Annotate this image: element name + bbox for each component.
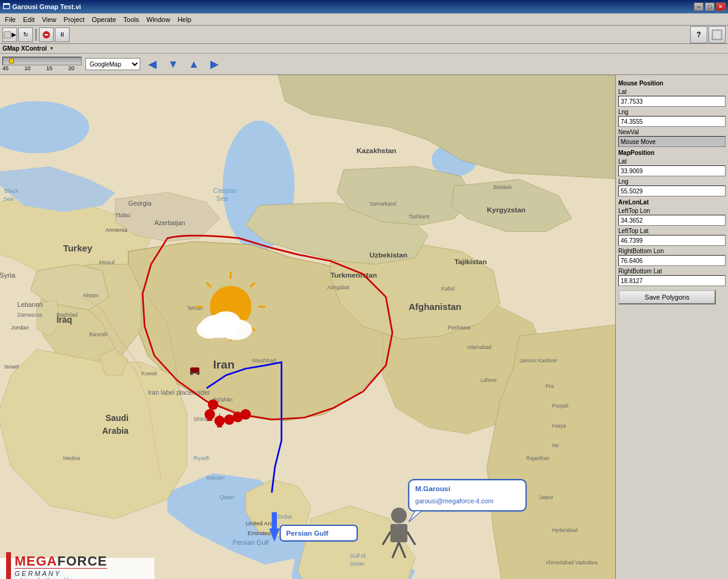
svg-text:Lahore: Lahore <box>480 377 497 383</box>
svg-point-81 <box>208 400 218 410</box>
svg-text:Uzbekistan: Uzbekistan <box>369 251 407 259</box>
svg-point-85 <box>391 508 407 523</box>
svg-rect-105 <box>0 558 154 579</box>
rightbottom-lat-value: 18.8127 <box>618 275 726 286</box>
svg-text:Islamabad: Islamabad <box>468 344 492 350</box>
svg-text:Pra: Pra <box>546 383 554 389</box>
svg-text:Jaipur: Jaipur <box>539 494 553 500</box>
menu-help[interactable]: Help <box>174 15 195 24</box>
svg-text:Jordan: Jordan <box>11 324 29 331</box>
svg-text:Turkey: Turkey <box>63 243 93 253</box>
svg-text:Tajikistan: Tajikistan <box>454 257 487 265</box>
context-button[interactable] <box>708 26 726 43</box>
rightbottom-lon-value: 76.6406 <box>618 255 726 266</box>
maximize-button[interactable]: □ <box>705 2 715 11</box>
svg-text:Bishkek: Bishkek <box>493 184 512 190</box>
svg-text:Gulf of: Gulf of <box>350 553 366 559</box>
menubar: File Edit View Project Operate Tools Win… <box>0 13 728 26</box>
zoom-slider[interactable] <box>2 57 82 65</box>
svg-text:Saudi: Saudi <box>105 413 129 423</box>
menu-window[interactable]: Window <box>143 15 174 24</box>
svg-text:Caspian: Caspian <box>213 187 237 194</box>
svg-text:Arabia: Arabia <box>102 426 129 436</box>
svg-text:Peshawar: Peshawar <box>448 325 471 331</box>
lng-label: Lng <box>618 109 726 115</box>
gmap-control-label: GMap XControl <box>2 45 47 52</box>
lefttop-lon-value: 34.3652 <box>618 215 726 226</box>
svg-text:Basrah: Basrah <box>89 331 107 337</box>
abort-button[interactable] <box>39 27 54 42</box>
svg-text:garousi@megaforce-it.com: garousi@megaforce-it.com <box>415 497 494 505</box>
maplat-value: 33.9069 <box>618 165 726 176</box>
zoom-label-20: 20 <box>68 65 74 71</box>
titlebar-title: 🗔 Garousi Gmap Test.vi <box>2 2 81 11</box>
svg-text:Hyderabad: Hyderabad <box>552 527 578 533</box>
menu-file[interactable]: File <box>1 15 20 24</box>
svg-text:Afghanistan: Afghanistan <box>409 301 462 312</box>
svg-rect-4 <box>713 31 721 38</box>
gmap-control-dropdown-arrow[interactable]: ▼ <box>49 46 54 51</box>
svg-text:Kyrgyzstan: Kyrgyzstan <box>487 206 526 214</box>
menu-project[interactable]: Project <box>60 15 88 24</box>
svg-text:Jammu Kashmir: Jammu Kashmir <box>519 358 557 364</box>
titlebar: 🗔 Garousi Gmap Test.vi ─ □ ✕ <box>0 0 728 13</box>
save-polygons-button[interactable]: Save Polygons <box>618 290 716 304</box>
svg-text:M.Garousi: M.Garousi <box>415 484 450 492</box>
newval-label: NewVal <box>618 129 726 135</box>
menu-tools[interactable]: Tools <box>120 15 143 24</box>
run-continuously-button[interactable]: ↻ <box>18 27 33 42</box>
lefttop-lat-value: 46.7399 <box>618 235 726 246</box>
pause-button[interactable]: ⏸ <box>55 27 70 42</box>
help-button[interactable]: ? <box>690 26 707 43</box>
svg-text:Damascus: Damascus <box>18 312 42 318</box>
svg-text:Black: Black <box>4 187 19 194</box>
rightbottom-lat-label: RightBottom Lat <box>618 268 726 275</box>
svg-text:United Arab: United Arab <box>246 520 276 527</box>
nav-down-button[interactable]: ▼ <box>165 56 182 73</box>
maplat-label: Lat <box>618 158 726 165</box>
gmap-control-header: GMap XControl ▼ <box>0 44 728 54</box>
svg-rect-2 <box>45 34 48 35</box>
svg-text:Riyadh: Riyadh <box>193 455 210 461</box>
run-button[interactable]: ▶ <box>2 27 17 42</box>
minimize-button[interactable]: ─ <box>694 2 704 11</box>
mapposition-section-label: MapPosition <box>618 149 726 156</box>
svg-text:Bahrain: Bahrain <box>207 475 225 481</box>
newval-value: Mouse Move <box>618 136 726 147</box>
svg-text:Ahmedabad Vadodara: Ahmedabad Vadodara <box>546 559 598 566</box>
menu-edit[interactable]: Edit <box>20 15 38 24</box>
svg-rect-86 <box>390 524 407 542</box>
nav-right-button[interactable]: ▶ <box>206 56 223 73</box>
svg-text:Ashgabat: Ashgabat <box>327 284 350 290</box>
svg-text:Kuwait: Kuwait <box>141 370 157 376</box>
svg-point-80 <box>240 409 251 420</box>
zoom-label-10: 10 <box>24 65 30 71</box>
svg-point-104 <box>212 311 240 332</box>
arelonlat-section-label: AreLonLat <box>618 199 726 206</box>
map-type-select[interactable]: GoogleMap <box>85 58 140 70</box>
svg-text:Baghdad: Baghdad <box>57 312 77 318</box>
close-button[interactable]: ✕ <box>716 2 726 11</box>
svg-text:Lebanon: Lebanon <box>18 301 43 308</box>
zoom-label-15: 15 <box>46 65 52 71</box>
svg-text:Sea: Sea <box>3 195 14 202</box>
svg-text:Samarkand: Samarkand <box>369 201 396 207</box>
svg-text:Armenia: Armenia <box>105 226 127 233</box>
svg-text:Sea: Sea <box>216 195 228 202</box>
svg-text:Emirates: Emirates <box>248 530 271 536</box>
svg-text:Kazakhstan: Kazakhstan <box>357 146 396 154</box>
menu-operate[interactable]: Operate <box>88 15 120 24</box>
map-container[interactable]: Turkey Georgia Tbilisi Armenia Azerbaija… <box>0 75 615 579</box>
svg-point-84 <box>196 372 199 375</box>
svg-text:Syria: Syria <box>0 271 16 279</box>
lng-value: 74.3555 <box>618 116 726 127</box>
nav-left-button[interactable]: ◀ <box>144 56 161 73</box>
menu-view[interactable]: View <box>38 15 60 24</box>
gmap-toolbar: 45 10 15 20 GoogleMap ◀ ▼ ▲ ▶ <box>0 54 728 75</box>
nav-up-button[interactable]: ▲ <box>185 56 202 73</box>
svg-text:Mosul: Mosul <box>99 259 115 265</box>
window-title: Garousi Gmap Test.vi <box>12 3 81 10</box>
lat-label: Lat <box>618 88 726 95</box>
rightbottom-lon-label: RightBottom Lon <box>618 248 726 254</box>
mouse-position-section-label: Mouse Position <box>618 80 726 87</box>
